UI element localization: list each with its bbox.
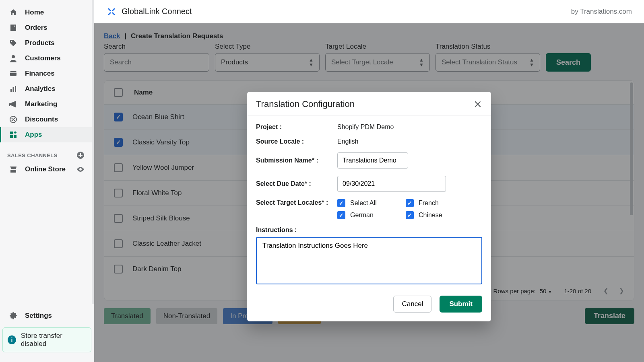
checkbox-icon — [337, 211, 345, 219]
svg-point-10 — [14, 120, 15, 121]
topbar: GlobalLink Connect by Translations.com — [94, 0, 644, 23]
sales-channels-header: SALES CHANNELS — [0, 142, 92, 162]
checkbox-icon — [406, 199, 414, 207]
due-date-input[interactable] — [337, 176, 446, 192]
app-brand: GlobalLink Connect — [106, 6, 192, 17]
home-icon — [9, 8, 18, 17]
sidebar-item-customers[interactable]: Customers — [0, 51, 92, 66]
sidebar-item-label: Home — [25, 8, 44, 16]
add-channel-icon[interactable] — [76, 151, 85, 159]
brand-title: GlobalLink Connect — [122, 7, 192, 16]
submission-name-input[interactable] — [337, 152, 408, 169]
sidebar-item-products[interactable]: Products — [0, 35, 92, 51]
view-store-icon[interactable] — [76, 165, 85, 173]
analytics-icon — [9, 84, 18, 93]
customers-icon — [9, 54, 18, 63]
banner-text: Store transfer disabled — [21, 332, 86, 348]
svg-rect-13 — [14, 135, 17, 138]
locale-french[interactable]: French — [406, 199, 474, 207]
store-icon — [9, 165, 18, 174]
svg-rect-7 — [15, 86, 16, 92]
instructions-textarea[interactable] — [256, 237, 482, 284]
close-icon[interactable] — [473, 100, 482, 109]
submit-button[interactable]: Submit — [440, 296, 482, 313]
sidebar-item-label: Marketing — [25, 100, 57, 108]
info-icon: i — [8, 335, 16, 344]
svg-rect-12 — [10, 132, 13, 134]
sidebar-item-analytics[interactable]: Analytics — [0, 81, 92, 97]
instructions-label: Instructions : — [256, 226, 482, 234]
settings-label: Settings — [25, 312, 52, 320]
source-locale-value: English — [337, 138, 358, 145]
svg-rect-4 — [10, 72, 17, 73]
cancel-button[interactable]: Cancel — [393, 296, 431, 313]
modal-title: Translation Configuration — [256, 99, 355, 109]
project-label: Project : — [256, 123, 334, 131]
discounts-icon — [9, 115, 18, 124]
svg-point-9 — [12, 118, 13, 119]
main: GlobalLink Connect by Translations.com T… — [94, 0, 644, 362]
sidebar-item-apps[interactable]: Apps — [0, 127, 92, 142]
svg-rect-5 — [10, 89, 12, 92]
sidebar-item-online-store[interactable]: Online Store — [0, 162, 92, 177]
project-value: Shopify PDM Demo — [337, 123, 394, 131]
checkbox-icon — [337, 199, 345, 207]
sidebar-item-finances[interactable]: Finances — [0, 66, 92, 81]
byline: by Translations.com — [571, 8, 632, 16]
locale-german[interactable]: German — [337, 211, 406, 219]
apps-icon — [9, 130, 18, 139]
sidebar-item-label: Orders — [25, 24, 47, 32]
store-transfer-banner: i Store transfer disabled — [2, 327, 91, 352]
locale-select-all[interactable]: Select All — [337, 199, 406, 207]
sidebar-item-label: Finances — [25, 70, 55, 78]
sidebar-item-label: Customers — [25, 54, 61, 62]
locale-chinese[interactable]: Chinese — [406, 211, 474, 219]
finances-icon — [9, 69, 18, 78]
sidebar-item-settings[interactable]: Settings — [0, 308, 94, 323]
translation-config-modal: Translation Configuration Project : Shop… — [247, 92, 491, 321]
products-icon — [9, 39, 18, 47]
gear-icon — [9, 311, 18, 320]
orders-icon — [9, 23, 18, 32]
sidebar-item-discounts[interactable]: Discounts — [0, 112, 92, 127]
sidebar-item-label: Analytics — [25, 85, 56, 93]
target-locales-label: Select Target Locales* : — [256, 199, 334, 206]
svg-rect-6 — [13, 87, 14, 92]
svg-point-2 — [12, 55, 15, 58]
submission-name-label: Submission Name* : — [256, 157, 334, 164]
svg-rect-14 — [10, 135, 13, 138]
due-date-label: Select Due Date* : — [256, 180, 334, 187]
sidebar-item-label: Discounts — [25, 115, 58, 123]
sales-channels-label: SALES CHANNELS — [7, 152, 58, 158]
sidebar-item-label: Products — [25, 39, 55, 47]
brand-logo-icon — [106, 6, 117, 17]
checkbox-icon — [406, 211, 414, 219]
sidebar-item-marketing[interactable]: Marketing — [0, 97, 92, 112]
source-locale-label: Source Locale : — [256, 138, 334, 145]
sidebar-item-orders[interactable]: Orders — [0, 20, 92, 35]
sidebar-item-home[interactable]: Home — [0, 5, 92, 20]
svg-rect-3 — [10, 71, 17, 76]
sidebar: Home Orders Products Customers — [0, 0, 94, 362]
marketing-icon — [9, 100, 18, 109]
channel-label: Online Store — [25, 165, 66, 173]
svg-point-1 — [11, 41, 12, 42]
sidebar-item-label: Apps — [25, 131, 42, 139]
